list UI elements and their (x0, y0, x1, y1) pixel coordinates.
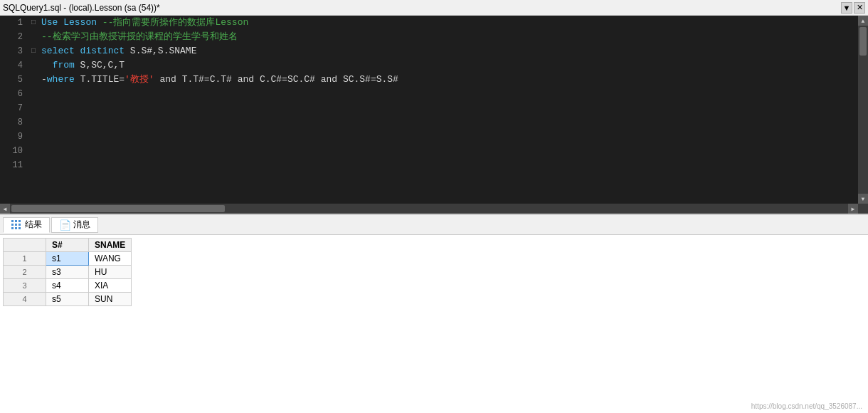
table-row[interactable]: 2s3HU (4, 266, 132, 279)
scrollbar-down-button[interactable]: ▼ (858, 194, 868, 204)
line-number: 10 (3, 144, 23, 158)
row-number: 4 (4, 293, 46, 306)
hscrollbar-right-button[interactable]: ▶ (848, 204, 858, 214)
scrollbar-thumb[interactable] (859, 27, 867, 56)
line-number: 2 (3, 30, 23, 44)
code-token: - (41, 73, 47, 87)
scrollbar-track[interactable] (858, 26, 868, 194)
code-line: -where T.TITLE='教授' and T.T#=C.T# and C.… (31, 73, 855, 87)
code-token: where (47, 73, 80, 87)
hscrollbar-left-button[interactable]: ◀ (0, 204, 10, 214)
minimize-button[interactable]: ▼ (841, 2, 852, 14)
tab-results[interactable]: 结果 (3, 217, 50, 233)
cell-sname[interactable]: SUN (89, 293, 132, 306)
table-row[interactable]: 1s1WANG (4, 252, 132, 266)
hscrollbar-track[interactable] (10, 204, 848, 214)
cell-s-hash[interactable]: s5 (46, 293, 89, 306)
code-token: '教授' (125, 73, 154, 87)
message-icon: 📄 (59, 219, 70, 231)
tab-results-label: 结果 (25, 219, 42, 231)
line-numbers: 1234567891011 (0, 16, 28, 204)
cell-sname[interactable]: XIA (89, 279, 132, 293)
horizontal-scrollbar[interactable]: ◀ ▶ (0, 204, 868, 214)
grid-icon (11, 219, 22, 231)
code-line: □ select distinct S.S#,S.SNAME (31, 44, 855, 58)
title-bar: SQLQuery1.sql - (local).Lesson (sa (54))… (0, 0, 868, 16)
hscrollbar-thumb[interactable] (11, 205, 225, 212)
cell-s-hash[interactable]: s3 (46, 266, 89, 279)
line-number: 1 (3, 16, 23, 30)
collapse-icon[interactable]: □ (31, 16, 40, 30)
watermark: https://blog.csdn.net/qq_3526087... (751, 402, 862, 410)
code-token: S,SC,C,T (80, 58, 125, 73)
code-line: from S,SC,C,T (31, 58, 855, 73)
cell-sname[interactable]: WANG (89, 252, 132, 266)
code-token: select distinct (41, 44, 130, 58)
close-button[interactable]: ✕ (854, 2, 865, 14)
editor-body: 1234567891011 □ Use Lesson --指向需要所操作的数据库… (0, 16, 868, 204)
code-content[interactable]: □ Use Lesson --指向需要所操作的数据库Lesson--检索学习由教… (28, 16, 858, 204)
line-number: 3 (3, 44, 23, 58)
editor-area[interactable]: 1234567891011 □ Use Lesson --指向需要所操作的数据库… (0, 16, 868, 204)
window-controls: ▼ ✕ (841, 2, 865, 14)
hscrollbar-corner (858, 204, 868, 214)
code-token: and T.T#=C.T# and C.C#=SC.C# and SC.S#=S… (154, 73, 398, 87)
code-token: from (41, 58, 80, 73)
code-line: --检索学习由教授讲授的课程的学生学号和姓名 (31, 30, 855, 44)
scrollbar-up-button[interactable]: ▲ (858, 16, 868, 26)
results-table: S#SNAME1s1WANG2s3HU3s4XIA4s5SUN (3, 238, 132, 306)
editor-wrapper: 1234567891011 □ Use Lesson --指向需要所操作的数据库… (0, 16, 868, 214)
line-number: 9 (3, 130, 23, 144)
line-number: 7 (3, 101, 23, 115)
code-line: □ Use Lesson --指向需要所操作的数据库Lesson (31, 16, 855, 30)
table-header: S# (46, 239, 89, 252)
code-token: T.TITLE= (80, 73, 125, 87)
results-table-container[interactable]: S#SNAME1s1WANG2s3HU3s4XIA4s5SUN (0, 235, 868, 413)
table-header: SNAME (89, 239, 132, 252)
main-container: 1234567891011 □ Use Lesson --指向需要所操作的数据库… (0, 16, 868, 413)
results-tabs: 结果 📄 消息 (0, 215, 868, 235)
line-number: 4 (3, 58, 23, 73)
code-token: --指向需要所操作的数据库Lesson (102, 16, 248, 30)
window-title: SQLQuery1.sql - (local).Lesson (sa (54))… (3, 3, 160, 13)
tab-messages[interactable]: 📄 消息 (51, 217, 98, 233)
code-token: --检索学习由教授讲授的课程的学生学号和姓名 (41, 30, 238, 44)
cell-sname[interactable]: HU (89, 266, 132, 279)
collapse-icon[interactable]: □ (31, 44, 40, 58)
vertical-scrollbar[interactable]: ▲ ▼ (858, 16, 868, 204)
table-header (4, 239, 46, 252)
table-row[interactable]: 3s4XIA (4, 279, 132, 293)
row-number: 1 (4, 252, 46, 266)
table-row[interactable]: 4s5SUN (4, 293, 132, 306)
line-number: 8 (3, 115, 23, 130)
tab-messages-label: 消息 (73, 219, 90, 231)
code-token: Use Lesson (41, 16, 102, 30)
row-number: 2 (4, 266, 46, 279)
cell-s-hash[interactable]: s1 (46, 252, 89, 266)
row-number: 3 (4, 279, 46, 293)
line-number: 11 (3, 158, 23, 172)
line-number: 5 (3, 73, 23, 87)
cell-s-hash[interactable]: s4 (46, 279, 89, 293)
line-number: 6 (3, 87, 23, 101)
results-panel: 结果 📄 消息 S#SNAME1s1WANG2s3HU3s4XIA4s5SUN … (0, 214, 868, 413)
code-token: S.S#,S.SNAME (130, 44, 197, 58)
